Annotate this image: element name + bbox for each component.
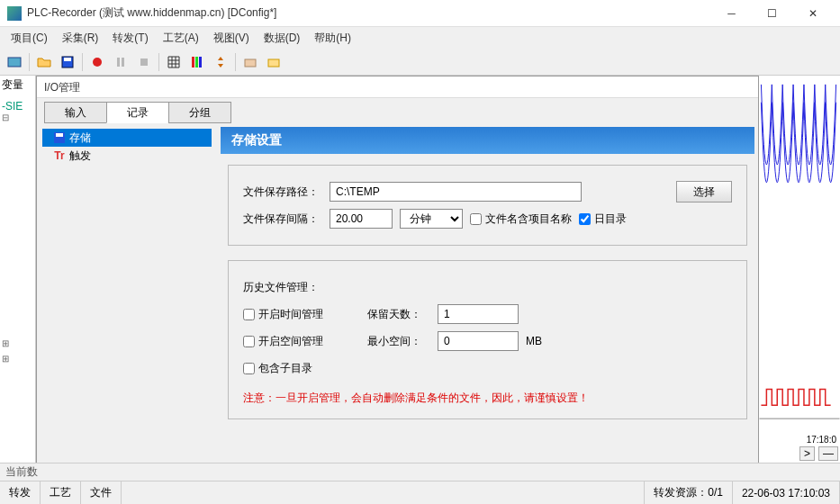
status-time: 22-06-03 17:10:03 [733,482,840,504]
interval-label: 文件保存间隔： [243,212,322,227]
tab-group[interactable]: 分组 [168,102,231,123]
app-icon [7,6,22,21]
minimize-button[interactable]: ─ [711,1,752,26]
enable-time-checkbox[interactable]: 开启时间管理 [243,307,360,322]
chart-area: 17:18:0 > — [759,76,840,481]
close-button[interactable]: ✕ [792,1,833,26]
stop-icon[interactable] [133,51,155,73]
keep-days-label: 保留天数： [367,307,430,322]
browse-button[interactable]: 选择 [676,181,732,202]
open-icon[interactable] [33,51,55,73]
tree-pane: 存储 Tr 触发 [37,123,217,465]
min-space-unit: MB [526,335,542,347]
path-input[interactable] [330,182,582,202]
window-title: PLC-Recorder (测试 www.hiddenmap.cn) [DCon… [27,5,711,21]
tree-node-storage[interactable]: 存储 [42,129,212,147]
interval-input[interactable] [330,209,393,229]
chart-time: 17:18:0 [759,435,840,445]
save-small-icon [53,131,66,144]
status-file: 文件 [81,482,122,504]
menu-process[interactable]: 工艺(A) [156,28,206,49]
name-contains-checkbox[interactable]: 文件名含项目名称 [470,212,572,227]
section-header: 存储设置 [221,127,754,154]
chart-scroll-right[interactable]: > [799,446,815,461]
status-process: 工艺 [41,482,81,504]
keep-days-input[interactable] [438,304,519,324]
screen-icon[interactable] [4,51,25,73]
current-count-label: 当前数 [5,464,38,480]
dialog-title: I/O管理 [37,76,758,98]
svg-rect-4 [117,58,120,67]
statusbar: 转发 工艺 文件 转发资源：0/1 22-06-03 17:10:03 [0,481,840,504]
waveform-chart [759,76,840,432]
path-label: 文件保存路径： [243,184,322,200]
maximize-button[interactable]: ☐ [752,1,792,26]
svg-point-3 [93,58,102,67]
config2-icon[interactable] [263,51,285,73]
history-group: 历史文件管理： 开启时间管理 保留天数： 开启空间管理 最小空间： MB 包含子… [228,260,747,419]
io-dialog: I/O管理 输入 记录 分组 存储 Tr 触发 存储设置 [36,76,759,499]
updown-icon[interactable] [210,51,231,73]
menu-data[interactable]: 数据(D) [257,28,308,49]
svg-rect-7 [192,57,194,68]
svg-rect-9 [199,57,202,68]
svg-rect-11 [268,59,279,67]
day-dir-checkbox[interactable]: 日目录 [579,212,627,227]
svg-rect-12 [759,76,839,432]
tree-expand-2[interactable]: ⊞ [2,338,33,348]
record-icon[interactable] [86,51,108,73]
tree-trigger-label: 触发 [69,148,91,164]
menu-transfer[interactable]: 转发(T) [105,28,155,49]
svg-rect-15 [56,133,63,137]
min-space-label: 最小空间： [367,334,430,349]
menubar: 项目(C) 采集(R) 转发(T) 工艺(A) 视图(V) 数据(D) 帮助(H… [0,27,840,49]
dialog-tabs: 输入 记录 分组 [37,98,758,123]
menu-view[interactable]: 视图(V) [206,28,257,49]
main-area: 变量 -SIE ⊟ ⊞ ⊞ 17:18:0 > — I/O管理 输入 记录 分组 [0,76,840,481]
left-panel: 变量 -SIE ⊟ ⊞ ⊞ [0,76,36,481]
titlebar: PLC-Recorder (测试 www.hiddenmap.cn) [DCon… [0,0,840,27]
svg-rect-6 [140,58,148,66]
tree-storage-label: 存储 [69,130,91,146]
menu-help[interactable]: 帮助(H) [307,28,358,49]
statusbar-upper: 当前数 [0,463,840,481]
tab-record[interactable]: 记录 [106,102,169,123]
pause-icon[interactable] [110,51,131,73]
interval-unit-select[interactable]: 分钟 [400,209,463,229]
settings-pane: 存储设置 文件保存路径： 选择 文件保存间隔： 分钟 文件名含项目名称 日目录 [217,123,758,465]
tree-expand-3[interactable]: ⊞ [2,354,33,364]
colorbar-icon[interactable] [186,51,208,73]
history-label: 历史文件管理： [243,280,319,295]
save-icon[interactable] [57,51,78,73]
var-label: 变量 [2,77,33,93]
svg-rect-10 [245,59,256,67]
trigger-icon: Tr [53,149,66,162]
grid-icon[interactable] [163,51,185,73]
tree-expand-1[interactable]: ⊟ [2,112,33,122]
menu-collect[interactable]: 采集(R) [55,28,106,49]
status-fwd-src: 转发资源：0/1 [645,482,733,504]
min-space-input[interactable] [438,331,519,351]
svg-rect-2 [64,58,71,61]
chart-zoom-out[interactable]: — [818,446,838,461]
svg-rect-0 [8,58,21,67]
include-sub-checkbox[interactable]: 包含子目录 [243,361,312,376]
status-transfer: 转发 [0,482,41,504]
warning-text: 注意：一旦开启管理，会自动删除满足条件的文件，因此，请谨慎设置！ [243,391,732,406]
toolbar [0,49,840,76]
enable-space-checkbox[interactable]: 开启空间管理 [243,334,360,349]
config1-icon[interactable] [239,51,261,73]
menu-project[interactable]: 项目(C) [4,28,55,49]
tab-input[interactable]: 输入 [44,102,107,123]
svg-rect-8 [195,57,198,68]
sie-label: -SIE [2,100,33,112]
tree-node-trigger[interactable]: Tr 触发 [42,147,212,165]
svg-rect-5 [122,58,124,67]
path-group: 文件保存路径： 选择 文件保存间隔： 分钟 文件名含项目名称 日目录 [228,165,747,246]
